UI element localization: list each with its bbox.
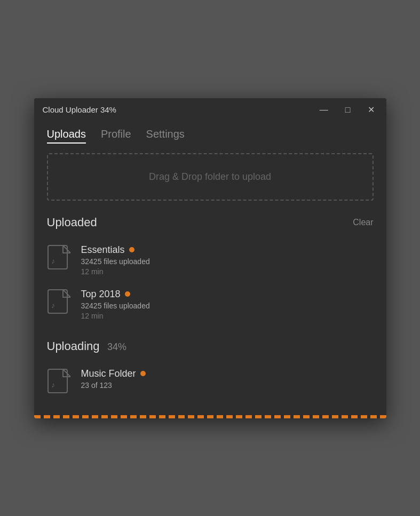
title-bar-left: Cloud Uploader 34% <box>43 105 116 114</box>
file-info-top2018: Top 2018 32425 files uploaded 12 min <box>81 289 150 320</box>
file-details-music: 23 of 123 <box>81 381 146 390</box>
file-name-row-essentials: Essentials <box>81 244 150 256</box>
file-name-row-music: Music Folder <box>81 368 146 379</box>
maximize-button[interactable]: □ <box>342 105 354 115</box>
app-title: Cloud Uploader 34% <box>43 105 116 114</box>
file-name-top2018: Top 2018 <box>81 289 121 300</box>
close-button[interactable]: ✕ <box>364 105 378 115</box>
minimize-button[interactable]: — <box>316 105 331 115</box>
file-name-music: Music Folder <box>81 368 136 379</box>
svg-text:♪: ♪ <box>51 301 55 309</box>
file-name-essentials: Essentials <box>81 244 125 256</box>
uploading-title-row: Uploading 34% <box>47 339 127 353</box>
uploaded-section: Uploaded Clear ♪ Essentials 32425 files … <box>47 216 374 327</box>
file-details-essentials: 32425 files uploaded <box>81 257 150 266</box>
svg-text:♪: ♪ <box>51 257 55 265</box>
tab-uploads[interactable]: Uploads <box>47 126 86 144</box>
uploaded-item-top2018: ♪ Top 2018 32425 files uploaded 12 min <box>47 282 374 327</box>
title-bar: Cloud Uploader 34% — □ ✕ <box>34 98 386 122</box>
tab-profile[interactable]: Profile <box>101 126 131 144</box>
main-content: Drag & Drop folder to upload Uploaded Cl… <box>34 153 386 404</box>
uploaded-title: Uploaded <box>47 216 97 229</box>
tab-bar: Uploads Profile Settings <box>34 122 386 153</box>
app-window: Cloud Uploader 34% — □ ✕ Uploads Profile… <box>34 98 386 418</box>
uploading-section-header: Uploading 34% <box>47 339 374 353</box>
tab-settings[interactable]: Settings <box>146 126 185 144</box>
file-time-top2018: 12 min <box>81 312 150 320</box>
uploading-item-music: ♪ Music Folder 23 of 123 <box>47 362 374 404</box>
status-dot-top2018 <box>125 291 130 297</box>
file-icon-music-folder: ♪ <box>47 368 73 398</box>
uploaded-item-essentials: ♪ Essentials 32425 files uploaded 12 min <box>47 238 374 282</box>
file-name-row-top2018: Top 2018 <box>81 289 150 300</box>
drop-zone[interactable]: Drag & Drop folder to upload <box>47 153 374 201</box>
file-info-music-folder: Music Folder 23 of 123 <box>81 368 146 390</box>
svg-text:♪: ♪ <box>51 380 55 389</box>
drop-zone-text: Drag & Drop folder to upload <box>149 171 271 182</box>
uploaded-section-header: Uploaded Clear <box>47 216 374 229</box>
status-dot-essentials <box>129 247 134 252</box>
status-dot-music <box>140 371 146 376</box>
uploading-title: Uploading <box>47 339 100 353</box>
file-icon-essentials: ♪ <box>47 244 73 274</box>
file-time-essentials: 12 min <box>81 267 150 276</box>
file-icon-top2018: ♪ <box>47 289 73 319</box>
uploading-section: Uploading 34% ♪ Music Folder 23 <box>47 339 374 404</box>
clear-button[interactable]: Clear <box>353 218 373 227</box>
file-details-top2018: 32425 files uploaded <box>81 301 150 310</box>
file-info-essentials: Essentials 32425 files uploaded 12 min <box>81 244 150 276</box>
progress-dashed-bar <box>34 415 386 418</box>
progress-bar-container <box>34 415 386 418</box>
title-controls: — □ ✕ <box>316 105 378 115</box>
uploading-percent: 34% <box>107 342 126 352</box>
